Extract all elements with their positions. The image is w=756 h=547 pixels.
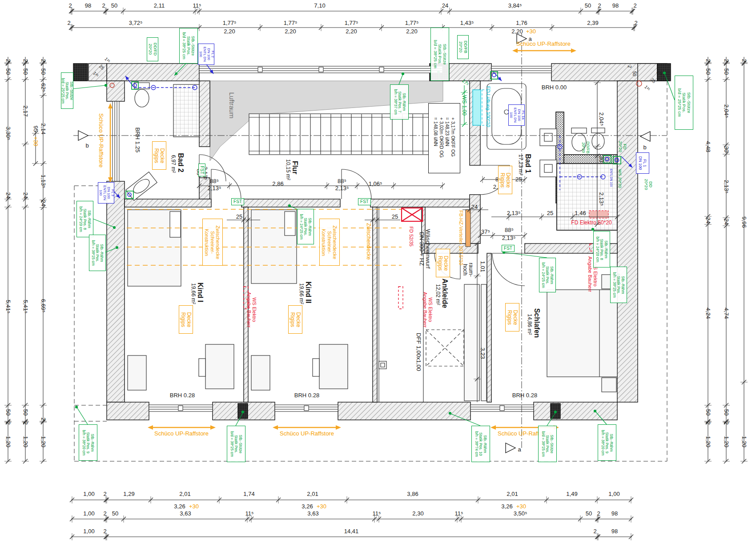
level-marker-box: + 3,17m OKFF OG = 148,23 üNN + 3,02m OKR… [428,103,460,173]
lbl-stb-r-hm-statik-pos-b-h-24-2: Stb.-Rähm Statik Pos. b/h = 24*25 cm [297,209,314,244]
fd-box-red [402,208,422,221]
lbl-fst: FST [231,198,244,205]
level-okrd: + 3,02m OKRD OG [439,117,444,158]
washbasins-bad1 [540,129,557,177]
stairs [249,114,443,155]
lbl-stb-r-hm-statik-pos-b-h-24-2: Stb.-Rähm Statik Pos. b/h = 24*25 cm [539,258,556,292]
lbl-fl-2-dn-100-entl-dn-100: FL 2 DN 100 ENTL DN 100 [198,44,214,65]
lbl-decke-rigips: Decke Rigips [152,141,166,170]
lbl-stb-st-tze-statik-pos-b-d-38: Stb.-Stütze Statik Pos. b/d = 38*25 cm [538,426,557,462]
lbl-zwischendecke-schreiner-kons: Zwischendecke Schreiner- Konstruktion [319,219,340,266]
roof-window [426,330,464,366]
plan-drawing [0,0,756,547]
wardrobe-ankleide [464,284,487,401]
lbl-stb-st-tze-statik-pos-b-d-25: Stb.-Stütze Statik Pos. b/d = 25*25 cm [675,76,693,130]
lbl-fst: FST [198,164,205,176]
wardrobe-kind1 [128,355,146,390]
lbl-decke-rigips: Decke Rigips [288,305,302,334]
lbl-stb-r-hm-statik-pos-7-b-h-38: Stb.-Rähm Statik Pos. 7 b/h = 38*37 cm [390,84,409,120]
bed-kind1 [128,210,181,286]
shower-bad2 [173,84,199,137]
lbl-stb-st-tze-statik-pos-b-d-38: Stb.-Stütze Statik Pos. b/d = 38*25 cm [179,28,198,64]
lbl-stb-st-tze-statik-pos-b-d-25: Stb.-Stütze Statik Pos. b/d = 25*25 cm [61,72,73,109]
floor-plan: + 3,17m OKFF OG = 148,23 üNN + 3,02m OKR… [0,0,756,547]
shaft-box [379,361,386,369]
lbl-stb-r-hm-statik-pos-10-b-h-3: Stb.-Rähm Statik Pos. 10 b/h = 38*74 cm [471,426,490,462]
fbhz-verteiler [466,210,470,247]
lbl-stb-st-tze-statik-pos-b-d-38: Stb.-Stütze Statik Pos. b/d = 38*25 cm [227,426,245,462]
level-okff: + 3,17m OKFF OG [450,117,456,156]
lbl-stb-r-hm-statik-pos-9-b-h-38: Stb.-Rähm Statik Pos. 9 b/h = 38*20 cm [79,424,97,461]
bed-kind2 [251,210,297,283]
lbl-stb-r-hm-statik-pos-b-h-38-2: Stb.-Rähm Statik Pos. b/h = 38*25 cm [89,235,106,271]
lbl-stb-r-hm-statik-pos-b-h-38-2: Stb.-Rähm Statik Pos. b/h = 38*25 cm [610,267,627,303]
desk-kind2 [313,344,348,389]
lbl-fl-3-dn-100-entl-dn-100: FL 3 DN 100 ENTL DN 100 [98,182,114,204]
lbl-decke-rigips: Decke Rigips [179,305,193,334]
toilet-bad1 [571,128,587,151]
shower-bad1 [557,164,617,230]
lbl-dd-fd-20-20: DD/FD 20*20 [147,37,158,61]
bed-schlafen [547,275,617,392]
lbl-fl-1a-dn-100-entl-dn-100: FL 1a DN 100 ENTL DN 100 [508,104,525,126]
lbl-dd-fb-20-20: DD/FB 20*20 [457,35,469,59]
lbl-fl-1-dn-100: FL 1 DN 100 [636,152,649,174]
lbl-stb-r-hm-statik-pos-8-b-h-24: Stb.-Rähm Statik Pos. 8 b/h = 24*20 cm [76,201,93,237]
lbl-decke-rigips: Decke Rigips [505,303,519,331]
lbl-zwischendecke-schreiner-kons: Zwischendecke Schreiner- Konstruktion [202,219,223,266]
lbl-stb-r-hm-statik-pos-9-b-h-38: Stb.-Rähm Statik Pos. 9 b/h = 38*20 cm [598,424,616,461]
lbl-decke-rigips: Decke Rigips [498,166,512,194]
desk-kind1 [199,344,234,389]
lbl-fst: FST [358,198,371,205]
level-okrd-uenn: = 148,08 üNN [433,117,438,146]
fd-lueftung [473,90,481,125]
wardrobe-kind2 [251,355,270,390]
lbl-decke-rigips: Decke Rigips [436,249,450,277]
lbl-fst: FST [502,245,515,252]
lbl-stb-r-hm-statik-pos-8-b-h-24: Stb.-Rähm Statik Pos. 8 b/h = 24*20 cm [593,231,610,268]
lbl-stb-st-tze-statik-pos-b-d-38: Stb.-Stütze Statik Pos. b/d = 38*25 cm [430,28,449,81]
level-okff-uenn: = 148,23 üNN [445,117,450,146]
